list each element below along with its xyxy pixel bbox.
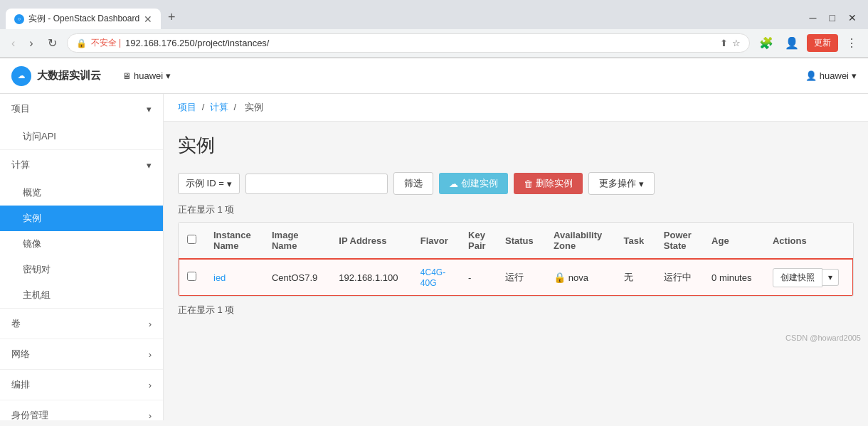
image-name-value: CentOS7.9 [272,272,317,283]
new-tab-button[interactable]: + [161,6,183,29]
sidebar-item-compute[interactable]: 计算 ▾ [0,150,163,180]
filter-dropdown[interactable]: 示例 ID = ▾ [178,173,240,194]
maximize-icon[interactable]: □ [824,11,841,25]
create-snapshot-button[interactable]: 创建快照 [773,268,822,287]
sidebar-identity-section: 身份管理 › [0,400,163,420]
watermark: CSDN @howard2005 [164,331,868,345]
page-title: 实例 [178,133,854,158]
task-value: 无 [624,272,633,282]
sidebar-network-section: 网络 › [0,339,163,370]
breadcrumb: 项目 / 计算 / 实例 [164,94,868,122]
sidebar-api-access-label: 访问API [23,131,56,142]
topbar: ☁ 大数据实训云 🖥 huawei ▾ 👤 huawei ▾ [0,58,868,94]
menu-icon[interactable]: ⋮ [842,34,861,52]
sidebar-item-instances[interactable]: 实例 [0,206,163,231]
extensions-icon[interactable]: 🧩 [756,34,777,52]
address-bar[interactable]: 🔒 不安全 | 192.168.176.250/project/instance… [67,33,750,53]
flavor-value: 4C4G-40G [420,267,445,288]
sidebar-item-network[interactable]: 网络 › [0,339,163,369]
sidebar-identity-chevron-icon: › [149,410,152,421]
update-button[interactable]: 更新 [807,34,838,52]
th-instance-name: InstanceName [205,223,263,259]
task-cell: 无 [615,259,655,296]
table-row: ied CentOS7.9 192.168.1.100 4C4G-40G [179,259,853,296]
share-icon[interactable]: ⬆ [720,38,728,48]
sidebar-volumes-label: 卷 [11,317,21,330]
filter-dropdown-chevron-icon: ▾ [227,179,232,189]
sidebar-item-keypairs[interactable]: 密钥对 [0,257,163,282]
row-checkbox[interactable] [187,272,196,281]
sidebar-network-chevron-icon: › [149,349,152,360]
user-menu[interactable]: 👤 huawei ▾ [805,70,857,81]
instance-name-link[interactable]: ied [213,272,226,283]
sidebar-volumes-chevron-icon: › [149,319,152,329]
sidebar-item-project[interactable]: 项目 ▾ [0,94,163,124]
sidebar-item-api-access[interactable]: 访问API [0,124,163,149]
more-actions-button[interactable]: 更多操作 ▾ [588,172,655,195]
breadcrumb-project[interactable]: 项目 [178,102,196,112]
browser-toolbar-right: 🧩 👤 更新 ⋮ [756,34,861,52]
tab-favicon: ○ [14,14,24,24]
flavor-cell: 4C4G-40G [412,259,460,296]
availability-zone-value: nova [568,272,588,283]
back-button[interactable]: ‹ [7,36,19,51]
sidebar-identity-label: 身份管理 [11,409,48,420]
ip-address-cell: 192.168.1.100 [330,259,411,296]
filter-button[interactable]: 筛选 [393,172,433,195]
sidebar-compute-label: 计算 [11,159,30,171]
sidebar-item-server-groups[interactable]: 主机组 [0,282,163,308]
select-all-checkbox[interactable] [187,235,196,244]
sidebar-volumes-section: 卷 › [0,309,163,339]
project-selector[interactable]: 🖥 huawei ▾ [115,68,178,84]
user-icon: 👤 [805,70,817,81]
sidebar-project-section: 项目 ▾ 访问API [0,94,163,150]
age-cell: 0 minutes [703,259,764,296]
image-name-cell: CentOS7.9 [263,259,330,296]
sidebar-project-chevron-icon: ▾ [147,104,152,115]
address-text: 192.168.176.250/project/instances/ [125,38,716,48]
th-image-name: ImageName [263,223,330,259]
sidebar-item-identity[interactable]: 身份管理 › [0,400,163,420]
project-icon: 🖥 [122,71,131,81]
sidebar-item-images[interactable]: 镜像 [0,231,163,257]
close-icon[interactable]: ✕ [842,11,862,25]
project-chevron-icon: ▾ [166,70,171,81]
minimize-icon[interactable]: ─ [804,11,822,25]
breadcrumb-compute[interactable]: 计算 [210,102,228,112]
brand: ☁ 大数据实训云 [11,66,101,86]
actions-container: 创建快照 ▾ [773,268,845,287]
sidebar-server-groups-label: 主机组 [23,289,51,300]
tab-close-icon[interactable]: ✕ [144,14,152,25]
forward-button[interactable]: › [25,36,37,51]
brand-name: 大数据实训云 [37,69,101,82]
filter-dropdown-label: 示例 ID = [186,177,224,190]
reload-button[interactable]: ↻ [43,35,61,51]
breadcrumb-current: 实例 [245,102,263,112]
create-instance-button[interactable]: ☁ 创建实例 [439,173,508,194]
sidebar-item-volumes[interactable]: 卷 › [0,309,163,339]
sidebar-images-label: 镜像 [23,238,41,249]
sidebar-compute-section: 计算 ▾ 概览 实例 镜像 密钥对 主机组 [0,150,163,309]
th-ip-address: IP Address [330,223,411,259]
bookmark-icon[interactable]: ☆ [732,38,741,48]
sidebar-item-overview[interactable]: 概览 [0,180,163,206]
th-age: Age [703,223,764,259]
profile-icon[interactable]: 👤 [781,34,803,52]
instances-table: InstanceName ImageName IP Address Flavor… [179,223,853,296]
sidebar: 项目 ▾ 访问API 计算 ▾ 概览 实例 镜像 [0,94,164,420]
th-checkbox [179,223,205,259]
actions-dropdown-button[interactable]: ▾ [822,269,839,286]
main-content: 项目 / 计算 / 实例 实例 示例 ID = ▾ 筛选 [164,94,868,420]
sidebar-item-orchestration[interactable]: 编排 › [0,370,163,400]
address-prefix: 不安全 | [91,37,121,49]
delete-instance-button[interactable]: 🗑 删除实例 [514,173,583,194]
lock-indicator-icon: 🔒 [554,272,566,283]
more-actions-label: 更多操作 [599,177,636,190]
sidebar-compute-chevron-icon: ▾ [147,160,152,171]
footer-count-label: 正在显示 1 项 [178,304,854,316]
active-tab[interactable]: ○ 实例 - OpenStack Dashboard ✕ [6,9,161,29]
table-body: ied CentOS7.9 192.168.1.100 4C4G-40G [179,259,853,296]
toolbar: 示例 ID = ▾ 筛选 ☁ 创建实例 🗑 删除实例 更多操作 [178,172,854,195]
power-state-value: 运行中 [664,272,692,282]
search-input[interactable] [245,174,388,194]
